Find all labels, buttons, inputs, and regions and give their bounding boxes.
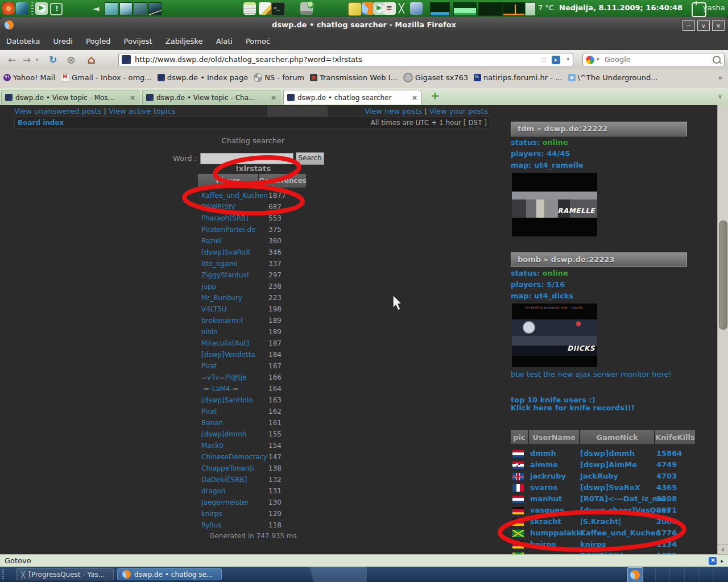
menu-item[interactable]: Datoteka bbox=[1, 33, 45, 45]
url-bar[interactable] bbox=[118, 53, 573, 67]
sticky-note-icon[interactable] bbox=[348, 2, 362, 16]
country-flag-icon bbox=[512, 507, 524, 514]
taskbar-button-firefox[interactable]: dswp.de • chatlog se... bbox=[117, 568, 222, 580]
extension-icon[interactable] bbox=[709, 557, 717, 565]
view-unanswered-link[interactable]: View unanswered posts bbox=[14, 107, 101, 115]
window-titlebar[interactable]: dswp.de • chatlog searcher - Mozilla Fir… bbox=[0, 17, 728, 34]
browser-tab[interactable]: dswp.de • chatlog searcher bbox=[283, 90, 421, 105]
knife-table-row: jackruby JackRuby 4703 bbox=[511, 471, 698, 483]
firefox-icon[interactable] bbox=[362, 2, 374, 15]
menu-item[interactable]: Pomoć bbox=[241, 33, 275, 45]
scrollbar-down-icon[interactable] bbox=[718, 544, 728, 554]
network-places-icon[interactable] bbox=[300, 2, 313, 15]
stop-button[interactable] bbox=[64, 52, 78, 67]
bookmark-item[interactable]: Transmission Web I... bbox=[310, 73, 398, 82]
occurrence-count: 167 bbox=[268, 362, 282, 370]
bookmark-label: Gigaset sx763 bbox=[415, 73, 468, 82]
taskbar-button-progressquest[interactable]: [ProgressQuest - Yas... bbox=[16, 568, 114, 580]
ajax-monitor-link[interactable]: btw test the new ajax serwer monitor her… bbox=[511, 370, 672, 379]
knife-kills: 4749 bbox=[656, 460, 677, 469]
word-input[interactable] bbox=[200, 153, 293, 164]
workspace-switcher[interactable] bbox=[105, 2, 162, 15]
bookmark-item[interactable]: Gigaset sx763 bbox=[403, 73, 468, 82]
view-your-link[interactable]: View your posts bbox=[429, 107, 488, 115]
view-active-link[interactable]: View active topics bbox=[109, 107, 175, 115]
player-name: Mack0 bbox=[201, 442, 224, 450]
new-tab-button[interactable] bbox=[429, 90, 441, 102]
tab-close-icon[interactable] bbox=[271, 94, 276, 102]
statusbar-arrow-icon[interactable] bbox=[721, 558, 723, 564]
url-input[interactable] bbox=[134, 55, 545, 64]
chatlog-row: Rylius 118 bbox=[198, 520, 312, 531]
menu-item[interactable]: Pogled bbox=[81, 33, 115, 45]
ubuntu-menu-icon[interactable] bbox=[2, 2, 15, 15]
search-bar[interactable] bbox=[582, 53, 725, 67]
dock-separator bbox=[655, 567, 656, 582]
close-button[interactable]: × bbox=[712, 20, 725, 31]
terminal-icon[interactable] bbox=[271, 2, 285, 16]
board-index-link[interactable]: Board index bbox=[18, 119, 64, 127]
media-play-icon[interactable] bbox=[35, 2, 48, 15]
text-editor-icon[interactable] bbox=[259, 2, 271, 15]
search-magnifier-icon[interactable] bbox=[713, 56, 721, 64]
page-scrollbar[interactable] bbox=[717, 105, 728, 554]
forward-button[interactable] bbox=[19, 52, 34, 67]
menu-item[interactable]: Povijest bbox=[119, 33, 158, 45]
x-app-icon[interactable] bbox=[397, 2, 410, 15]
menu-item[interactable]: Uredi bbox=[48, 33, 77, 45]
tab-list-dropdown-icon[interactable] bbox=[718, 93, 722, 100]
tab-close-icon[interactable] bbox=[412, 94, 417, 102]
view-new-link[interactable]: View new posts bbox=[365, 107, 422, 115]
tab-close-icon[interactable] bbox=[130, 94, 135, 102]
home-button[interactable] bbox=[84, 52, 99, 67]
url-dropdown-icon[interactable] bbox=[566, 56, 569, 62]
go-icon[interactable] bbox=[552, 56, 560, 64]
chatlog-row: Pharaoh[SRB] 553 bbox=[198, 213, 312, 225]
minimize-button[interactable]: − bbox=[682, 20, 695, 31]
reload-button[interactable] bbox=[46, 52, 60, 67]
firefox-icon bbox=[122, 570, 131, 579]
browser-tab[interactable]: dswp.de • View topic - Cha... bbox=[142, 90, 280, 105]
menubar: Datoteka Uredi Pogled Povijest Zabilješk… bbox=[0, 33, 728, 50]
scrollbar-thumb[interactable] bbox=[719, 221, 727, 330]
engine-dropdown-icon[interactable] bbox=[597, 56, 599, 62]
app-launcher-icon[interactable] bbox=[16, 2, 28, 15]
web-search-input[interactable] bbox=[603, 55, 708, 64]
transmission-icon[interactable] bbox=[383, 2, 396, 15]
bookmark-star-icon[interactable] bbox=[540, 55, 548, 65]
tray-firefox-icon[interactable] bbox=[627, 567, 643, 582]
restore-button[interactable]: ∨ bbox=[697, 20, 710, 31]
knife-gamenick: [R0TA]<---Dat_iz_me bbox=[580, 494, 665, 503]
bookmark-favicon bbox=[568, 74, 576, 81]
bookmark-item[interactable]: dswp.de • Index page bbox=[158, 73, 249, 82]
workspace-4[interactable] bbox=[148, 2, 162, 15]
menu-item[interactable]: Zabilješke bbox=[160, 33, 208, 45]
bookmark-item[interactable]: \^The Underground... bbox=[568, 73, 658, 82]
bookmark-item[interactable]: NS - forum bbox=[254, 73, 304, 82]
search-button[interactable]: Search bbox=[296, 152, 324, 165]
dst-link[interactable]: DST bbox=[468, 119, 482, 127]
chat-app-icon[interactable] bbox=[410, 2, 423, 15]
back-button[interactable] bbox=[5, 52, 19, 67]
calculator-icon[interactable] bbox=[243, 2, 256, 15]
bookmarks-overflow-icon[interactable] bbox=[718, 74, 722, 82]
history-dropdown-icon[interactable] bbox=[34, 52, 40, 67]
chatlog-row: Pirat 162 bbox=[198, 406, 312, 418]
knife-records-link[interactable]: Klick here for knife records!!! bbox=[511, 404, 635, 412]
bookmark-item[interactable]: Yahoo! Mail bbox=[3, 73, 55, 82]
bookmark-item[interactable]: Gmail - Inbox - omg... bbox=[61, 73, 152, 82]
bookmark-item[interactable]: natirips.forumi.hr - ... bbox=[474, 73, 562, 82]
workspace-1[interactable] bbox=[105, 2, 118, 15]
tab-bar: dswp.de • View topic - Mos... dswp.de • … bbox=[0, 88, 728, 105]
google-engine-icon[interactable] bbox=[586, 56, 594, 64]
browser-tab[interactable]: dswp.de • View topic - Mos... bbox=[1, 90, 139, 105]
menu-item[interactable]: Alati bbox=[211, 33, 238, 45]
knife-table-row: humppalakki Kaffee_und_Kuchen 1776 bbox=[511, 528, 698, 539]
alert-icon[interactable] bbox=[50, 3, 63, 15]
memory-monitor-graph bbox=[453, 2, 477, 16]
volume-icon[interactable] bbox=[93, 2, 105, 15]
workspace-2[interactable] bbox=[119, 2, 133, 15]
chatlog-row: jupp 238 bbox=[198, 281, 312, 293]
top10-knife-text[interactable]: top 10 knife users :) bbox=[511, 396, 595, 404]
workspace-3[interactable] bbox=[134, 2, 147, 15]
